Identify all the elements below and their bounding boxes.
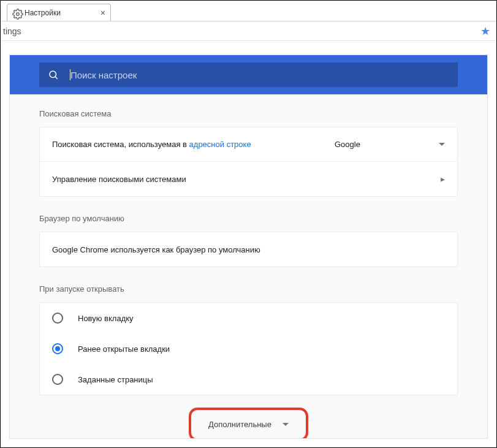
address-bar-link[interactable]: адресной строке (189, 140, 251, 149)
radio-option-specific-pages[interactable]: Заданные страницы (40, 364, 457, 395)
search-header: Поиск настроек (10, 55, 487, 94)
browser-tab-settings[interactable]: Настройки × (7, 4, 111, 21)
row-label: Google Chrome используется как браузер п… (52, 245, 445, 254)
url-fragment: tings (3, 26, 21, 36)
tab-title: Настройки (25, 9, 61, 17)
row-label: Поисковая система, используемая в адресн… (52, 140, 335, 149)
radio-icon (52, 313, 63, 324)
search-icon (48, 69, 59, 80)
svg-line-2 (55, 77, 57, 78)
advanced-label: Дополнительные (208, 420, 271, 429)
section-title-search-engine: Поисковая система (39, 109, 458, 118)
radio-option-continue[interactable]: Ранее открытые вкладки (40, 333, 457, 364)
radio-label: Заданные страницы (78, 375, 153, 384)
row-manage-search-engines[interactable]: Управление поисковыми системами ▸ (40, 162, 457, 196)
radio-label: Новую вкладку (78, 314, 134, 323)
svg-point-1 (50, 71, 56, 78)
radio-option-new-tab[interactable]: Новую вкладку (40, 303, 457, 333)
search-engine-dropdown[interactable]: Google (335, 140, 445, 149)
row-default-browser: Google Chrome используется как браузер п… (40, 232, 457, 267)
chevron-right-icon: ▸ (441, 174, 445, 184)
tab-strip: Настройки × (1, 1, 496, 21)
bookmark-star-icon[interactable]: ★ (480, 25, 490, 38)
dropdown-value: Google (335, 140, 360, 149)
address-bar[interactable]: tings ★ (1, 21, 496, 41)
radio-label: Ранее открытые вкладки (78, 344, 170, 354)
advanced-button[interactable]: Дополнительные (196, 414, 301, 435)
chevron-down-icon (283, 423, 289, 426)
search-placeholder: Поиск настроек (70, 70, 137, 80)
card-default-browser: Google Chrome используется как браузер п… (39, 232, 458, 267)
section-title-default-browser: Браузер по умолчанию (39, 214, 458, 223)
chevron-down-icon (439, 143, 445, 146)
card-on-startup: Новую вкладку Ранее открытые вкладки Зад… (39, 302, 458, 395)
settings-content: Поиск настроек Поисковая система Поисков… (9, 55, 488, 439)
section-title-on-startup: При запуске открывать (39, 284, 458, 294)
row-search-engine-selector[interactable]: Поисковая система, используемая в адресн… (40, 127, 457, 162)
settings-body: Поисковая система Поисковая система, исп… (10, 94, 487, 438)
advanced-wrap: Дополнительные (39, 414, 458, 435)
card-search-engine: Поисковая система, используемая в адресн… (39, 127, 458, 197)
gear-icon (12, 9, 21, 17)
close-icon[interactable]: × (101, 9, 105, 17)
radio-icon (52, 374, 63, 385)
radio-icon (52, 343, 63, 354)
search-input[interactable]: Поиск настроек (39, 63, 458, 87)
row-label: Управление поисковыми системами (52, 175, 441, 184)
svg-point-0 (17, 12, 20, 15)
